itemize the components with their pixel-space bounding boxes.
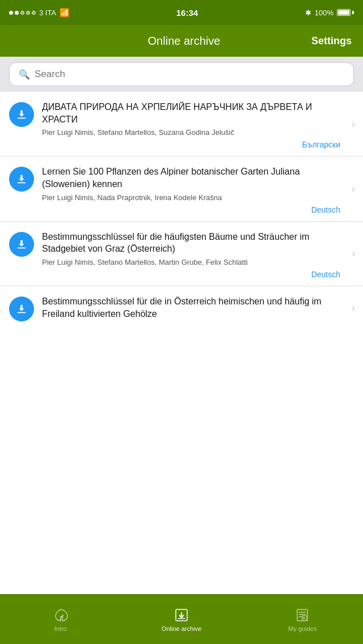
svg-rect-0 (18, 118, 26, 119)
list-item[interactable]: Lernen Sie 100 Pflanzen des Alpiner bota… (0, 156, 363, 221)
nav-bar: Online archive Settings (0, 25, 363, 57)
tab-intro-label: Intro (54, 625, 67, 632)
item-authors-3: Pier Luigi Nimis, Stefano Martellos, Mar… (42, 257, 340, 268)
status-time: 16:34 (176, 8, 198, 18)
status-bar: 3 ITA 📶 16:34 ✱ 100% (0, 0, 363, 25)
tab-bar: Intro Online archive My guides (0, 594, 363, 644)
search-icon: 🔍 (19, 69, 30, 80)
battery-label: 100% (315, 9, 334, 17)
status-right: ✱ 100% (305, 9, 354, 17)
svg-rect-3 (18, 312, 26, 313)
item-language-2: Deutsch (42, 205, 340, 214)
settings-button[interactable]: Settings (311, 35, 352, 47)
battery-icon (337, 9, 354, 16)
item-content-2: Lernen Sie 100 Pflanzen des Alpiner bota… (42, 166, 354, 214)
item-language-3: Deutsch (42, 270, 340, 279)
item-content-4: Bestimmungsschlüssel für die in Österrei… (42, 295, 354, 322)
item-content-3: Bestimmungsschlüssel für die häufigsten … (42, 231, 354, 279)
carrier-label: 3 ITA (39, 9, 56, 17)
download-icon-4 (9, 296, 34, 321)
item-authors-2: Pier Luigi Nimis, Nada Praprotnik, Irena… (42, 193, 340, 203)
tab-online-archive[interactable]: Online archive (121, 595, 242, 644)
item-title-2: Lernen Sie 100 Pflanzen des Alpiner bota… (42, 166, 340, 190)
download-icon-2 (9, 167, 34, 192)
search-wrap[interactable]: 🔍 (9, 62, 354, 86)
status-left: 3 ITA 📶 (9, 8, 69, 17)
item-language-1: Български (42, 140, 340, 149)
wifi-icon: 📶 (60, 8, 69, 17)
leaf-icon (53, 607, 69, 623)
tab-intro[interactable]: Intro (0, 595, 121, 644)
tab-my-guides[interactable]: My guides (242, 595, 363, 644)
list-item[interactable]: Bestimmungsschlüssel für die häufigsten … (0, 222, 363, 286)
bluetooth-icon: ✱ (305, 9, 311, 17)
download-icon-1 (9, 102, 34, 127)
guides-icon (294, 607, 310, 623)
signal-dots (9, 11, 36, 15)
chevron-icon-4: › (352, 302, 355, 313)
list-item[interactable]: ДИВАТА ПРИРОДА НА ХРПЕЛИЙЕ НАРЪЧНИК ЗА Д… (0, 92, 363, 156)
svg-rect-1 (18, 183, 26, 184)
item-content-1: ДИВАТА ПРИРОДА НА ХРПЕЛИЙЕ НАРЪЧНИК ЗА Д… (42, 101, 354, 149)
item-title-4: Bestimmungsschlüssel für die in Österrei… (42, 295, 340, 320)
item-title-1: ДИВАТА ПРИРОДА НА ХРПЕЛИЙЕ НАРЪЧНИК ЗА Д… (42, 101, 340, 125)
chevron-icon-2: › (352, 183, 355, 195)
search-input[interactable] (35, 69, 344, 80)
list-item[interactable]: Bestimmungsschlüssel für die in Österrei… (0, 286, 363, 329)
download-tab-icon (174, 607, 189, 623)
chevron-icon-3: › (352, 248, 355, 260)
search-container: 🔍 (0, 57, 363, 92)
svg-rect-2 (18, 247, 26, 248)
item-title-3: Bestimmungsschlüssel für die häufigsten … (42, 231, 340, 255)
archive-list: ДИВАТА ПРИРОДА НА ХРПЕЛИЙЕ НАРЪЧНИК ЗА Д… (0, 92, 363, 598)
item-authors-1: Pier Luigi Nimis, Stefano Martellos, Suz… (42, 128, 340, 138)
download-icon-3 (9, 232, 34, 257)
tab-my-guides-label: My guides (288, 625, 316, 632)
chevron-icon-1: › (352, 118, 355, 130)
tab-online-archive-label: Online archive (162, 625, 201, 632)
nav-title: Online archive (57, 35, 311, 48)
